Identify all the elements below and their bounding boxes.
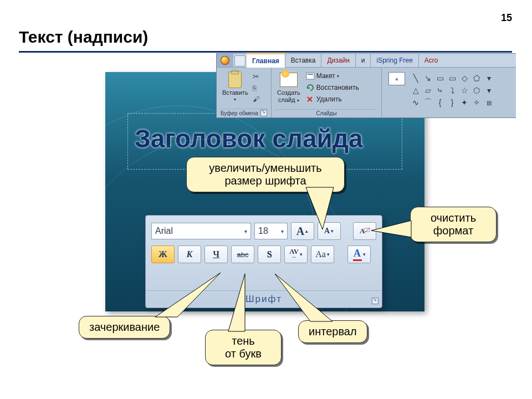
tab-fragment[interactable]: и [356, 54, 371, 67]
font-group-panel: Arial ▾ 18 ▾ A▴ A▾ A Ж К Ч abc S AV↔ ▾ [145, 215, 382, 308]
font-name-combo[interactable]: Arial ▾ [151, 223, 251, 239]
cut-icon[interactable]: ✂ [253, 72, 259, 81]
grow-font-button[interactable]: A▴ [291, 222, 314, 240]
group-slides: Создать слайд ▾ Макет ▾ Восстановить [272, 68, 382, 117]
layout-label: Макет [316, 72, 335, 80]
font-size-combo[interactable]: 18 ▾ [254, 223, 287, 239]
font-size-value: 18 [258, 226, 268, 236]
change-case-button[interactable]: Aa▾ [311, 245, 334, 263]
paste-label: Вставить [222, 90, 248, 96]
tab-home[interactable]: Главная [247, 53, 285, 68]
font-color-button[interactable]: A ▾ [347, 245, 371, 263]
shrink-font-button[interactable]: A▾ [318, 222, 341, 240]
font-group-launcher[interactable] [372, 298, 378, 304]
tab-ispring[interactable]: iSpring Free [371, 54, 418, 67]
layout-button[interactable]: Макет ▾ [306, 71, 359, 81]
new-slide-label-2: слайд [278, 96, 295, 103]
clipboard-icon [228, 71, 242, 88]
delete-button[interactable]: Удалить [306, 94, 359, 104]
tab-design[interactable]: Дизайн [321, 54, 355, 67]
new-slide-label-1: Создать [277, 90, 300, 96]
page-title: Текст (надписи) [19, 28, 148, 47]
title-rule [19, 51, 512, 53]
delete-label: Удалить [316, 95, 342, 103]
callout-spacing: интервал [298, 320, 367, 343]
group-clipboard: Вставить ▾ ✂ ⎘ 🖌 Буфер обмена [217, 68, 272, 117]
callout-shadow: теньот букв [205, 330, 282, 365]
clear-format-button[interactable]: A [353, 222, 376, 240]
font-group-label: Шрифт [245, 294, 282, 305]
clipboard-group-label: Буфер обмена [221, 110, 258, 116]
group-shapes: ▲ ╲↘▭▭◇⬠▾ △▱⤷⤵☆⬡▾ ∿⌒{}✦✧▤ . [382, 68, 516, 117]
svg-rect-1 [308, 74, 313, 75]
slides-group-label: Слайды [316, 110, 336, 116]
shadow-button[interactable]: S [258, 245, 281, 263]
page-number: 15 [501, 12, 512, 24]
copy-icon[interactable]: ⎘ [253, 84, 259, 92]
bold-button[interactable]: Ж [151, 245, 175, 263]
qat-placeholder[interactable] [234, 55, 245, 66]
new-slide-button[interactable]: Создать слайд ▾ [275, 70, 303, 105]
picture-icon[interactable]: ▲ [388, 72, 405, 85]
underline-button[interactable]: Ч [204, 245, 228, 263]
callout-strike: зачеркивание [79, 316, 170, 339]
callout-font-size: увеличить/уменьшитьразмер шрифта [186, 157, 345, 192]
svg-rect-0 [306, 73, 314, 79]
italic-button[interactable]: К [178, 245, 201, 263]
clipboard-launcher[interactable] [260, 110, 267, 116]
paste-button[interactable]: Вставить ▾ [220, 70, 250, 103]
tab-insert[interactable]: Вставка [285, 54, 322, 67]
tab-acrobat[interactable]: Acro [419, 54, 444, 67]
char-spacing-button[interactable]: AV↔ ▾ [284, 245, 308, 263]
office-button[interactable] [217, 54, 233, 67]
new-slide-icon [280, 73, 298, 87]
slide-title-text: Заголовок слайда [128, 114, 402, 154]
format-painter-icon[interactable]: 🖌 [253, 95, 259, 103]
callout-clear-format: очиститьформат [410, 207, 497, 242]
shapes-gallery[interactable]: ╲↘▭▭◇⬠▾ △▱⤷⤵☆⬡▾ ∿⌒{}✦✧▤ [408, 70, 495, 110]
ribbon: Главная Вставка Дизайн и iSpring Free Ac… [216, 53, 516, 118]
reset-button[interactable]: Восстановить [306, 83, 359, 93]
font-name-value: Arial [155, 226, 173, 236]
reset-label: Восстановить [316, 84, 359, 91]
strike-button[interactable]: abc [231, 245, 254, 263]
ribbon-tabs: Главная Вставка Дизайн и iSpring Free Ac… [217, 54, 516, 68]
